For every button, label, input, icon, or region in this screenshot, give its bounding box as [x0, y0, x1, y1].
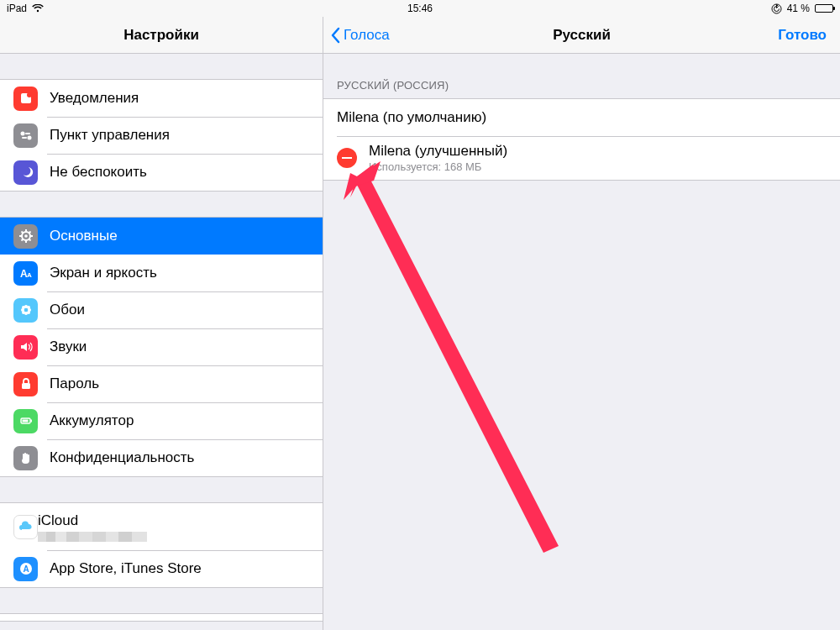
voice-row-default[interactable]: Milena (по умолчанию) [323, 99, 840, 136]
voice-title: Milena (по умолчанию) [337, 109, 486, 126]
battery-icon [815, 4, 833, 13]
settings-sidebar: Настройки Уведомления Пункт управления [0, 17, 323, 630]
svg-point-5 [27, 136, 31, 140]
control-center-icon [13, 123, 38, 148]
svg-line-13 [21, 232, 23, 234]
svg-line-16 [21, 239, 23, 241]
sidebar-item-appstore[interactable]: A App Store, iTunes Store [0, 550, 323, 587]
sidebar-item-sounds[interactable]: Звуки [0, 328, 323, 365]
text-size-icon: AA [13, 261, 38, 286]
detail-title: Русский [553, 27, 611, 44]
sidebar-item-label: Уведомления [50, 90, 139, 107]
svg-text:A: A [23, 564, 29, 574]
lock-icon [13, 372, 38, 396]
flower-icon [13, 298, 38, 323]
svg-point-3 [20, 132, 24, 136]
sidebar-item-display[interactable]: AA Экран и яркость [0, 255, 323, 291]
voices-list: Milena (по умолчанию) Milena (улучшенный… [323, 98, 840, 181]
svg-rect-30 [30, 420, 32, 423]
detail-pane: Голоса Русский Готово РУССКИЙ (РОССИЯ) M… [323, 17, 840, 630]
sidebar-item-icloud[interactable]: iCloud [0, 503, 323, 550]
sidebar-item-general[interactable]: Основные [0, 218, 323, 255]
sidebar-item-label: Обои [50, 302, 85, 318]
hand-icon [13, 446, 38, 470]
sidebar-item-label: Основные [50, 228, 118, 244]
minus-icon [342, 157, 352, 159]
voice-subtitle: Используется: 168 МБ [369, 160, 507, 173]
svg-point-25 [22, 311, 25, 314]
sidebar-item-label: iCloud [38, 512, 147, 529]
wifi-icon [32, 4, 44, 13]
sidebar-navbar: Настройки [0, 17, 323, 54]
sidebar-item-battery[interactable]: Аккумулятор [0, 402, 323, 439]
sidebar-item-label: Звуки [50, 339, 87, 355]
sidebar-item-notifications[interactable]: Уведомления [0, 80, 323, 117]
notifications-icon [13, 87, 38, 111]
sidebar-group: Основные AA Экран и яркость Обои [0, 217, 323, 477]
svg-point-2 [27, 92, 32, 97]
redacted-account [38, 532, 147, 542]
detail-navbar: Голоса Русский Готово [323, 17, 840, 54]
sidebar-group: iCloud A App Store, iTunes Store [0, 502, 323, 588]
sidebar-item-control-center[interactable]: Пункт управления [0, 117, 323, 154]
sidebar-item-label: Аккумулятор [50, 412, 134, 429]
voice-row-enhanced[interactable]: Milena (улучшенный) Используется: 168 МБ [323, 136, 840, 180]
back-button[interactable]: Голоса [323, 27, 390, 44]
sidebar-item-label: Пароль [50, 375, 99, 392]
svg-point-8 [24, 234, 28, 238]
sidebar-title: Настройки [123, 27, 199, 44]
svg-text:A: A [27, 271, 32, 279]
status-bar: iPad 15:46 41 % [0, 0, 840, 17]
battery-percentage: 41 % [787, 3, 810, 14]
back-label: Голоса [344, 27, 390, 44]
svg-point-24 [27, 306, 30, 309]
sidebar-item-label: App Store, iTunes Store [50, 560, 202, 577]
svg-rect-4 [25, 133, 30, 134]
done-button[interactable]: Готово [778, 27, 840, 44]
battery-icon [13, 409, 38, 433]
sidebar-item-label: Пункт управления [50, 127, 170, 144]
svg-point-23 [22, 306, 25, 309]
sidebar-item-wallpaper[interactable]: Обои [0, 291, 323, 328]
sidebar-item-passcode[interactable]: Пароль [0, 365, 323, 402]
svg-point-26 [27, 311, 30, 314]
section-header: РУССКИЙ (РОССИЯ) [323, 54, 840, 98]
chevron-left-icon [330, 27, 340, 44]
sidebar-item-label: Экран и яркость [50, 265, 157, 281]
cloud-icon [13, 515, 38, 539]
sidebar-group: Уведомления Пункт управления Не беспокои… [0, 79, 323, 192]
svg-rect-31 [22, 420, 28, 423]
sidebar-item-dnd[interactable]: Не беспокоить [0, 154, 323, 191]
moon-icon [13, 160, 38, 185]
clock: 15:46 [407, 3, 433, 14]
gear-icon [13, 224, 38, 249]
svg-line-15 [29, 232, 30, 234]
sidebar-item-privacy[interactable]: Конфиденциальность [0, 439, 323, 476]
svg-rect-28 [22, 383, 30, 389]
svg-rect-6 [22, 137, 27, 139]
sidebar-item-label: Не беспокоить [50, 164, 147, 181]
sidebar-item-label: Конфиденциальность [50, 449, 194, 466]
rotation-lock-icon [771, 3, 782, 14]
svg-point-27 [24, 308, 28, 312]
sidebar-group [0, 613, 323, 622]
svg-line-14 [29, 239, 30, 241]
voice-title: Milena (улучшенный) [369, 143, 507, 160]
device-name: iPad [7, 3, 27, 14]
speaker-icon [13, 335, 38, 360]
delete-button[interactable] [337, 148, 357, 168]
appstore-icon: A [13, 557, 38, 581]
